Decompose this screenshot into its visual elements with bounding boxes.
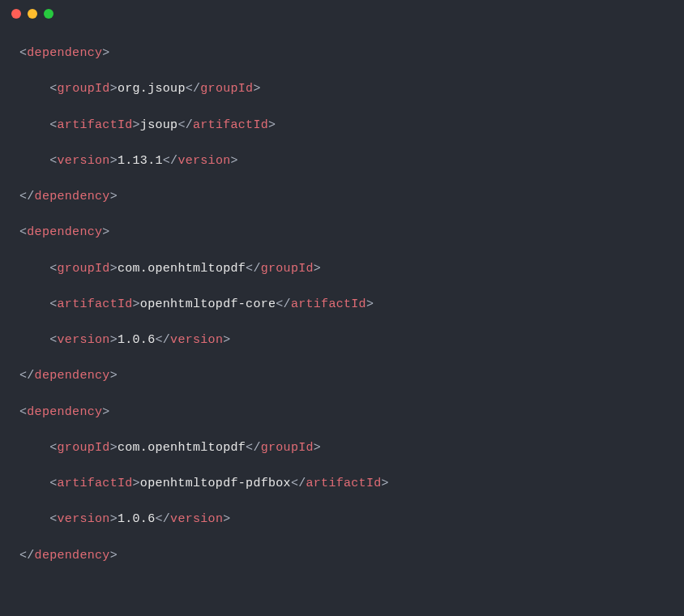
angle-bracket: > [223, 512, 230, 526]
code-line: <artifactId>openhtmltopdf-core</artifact… [19, 287, 665, 323]
angle-bracket: < [49, 297, 57, 311]
xml-tag: dependency [27, 225, 102, 239]
code-line: <dependency> [19, 36, 665, 71]
xml-tag: dependency [35, 369, 110, 383]
angle-bracket: </ [246, 262, 261, 276]
xml-tag: artifactId [306, 477, 382, 490]
xml-tag: version [170, 512, 223, 526]
xml-tag: version [58, 154, 110, 168]
angle-bracket: > [133, 118, 140, 132]
xml-tag: version [170, 333, 223, 347]
xml-text: com.openhtmltopdf [118, 441, 246, 455]
angle-bracket: > [231, 154, 238, 168]
code-line: <version>1.0.6</version> [19, 502, 665, 537]
xml-tag: version [58, 333, 110, 347]
angle-bracket: </ [177, 118, 193, 132]
code-line: </dependency> [19, 538, 665, 574]
angle-bracket: > [110, 512, 118, 526]
xml-tag: version [177, 154, 230, 168]
code-line: <artifactId>openhtmltopdf-pdfbox</artifa… [19, 466, 665, 502]
angle-bracket: > [102, 46, 109, 60]
angle-bracket: > [110, 262, 118, 276]
minimize-icon[interactable] [28, 9, 37, 19]
angle-bracket: > [253, 82, 260, 96]
angle-bracket: > [366, 297, 374, 311]
angle-bracket: > [110, 82, 118, 96]
xml-tag: groupId [58, 82, 110, 96]
angle-bracket: > [382, 477, 389, 490]
code-line: <version>1.0.6</version> [19, 323, 665, 358]
angle-bracket: < [49, 154, 57, 168]
xml-text: openhtmltopdf-pdfbox [140, 477, 291, 490]
angle-bracket: </ [246, 441, 261, 455]
angle-bracket: > [133, 477, 140, 490]
code-line: <dependency> [19, 215, 665, 250]
angle-bracket: < [49, 477, 57, 490]
angle-bracket: </ [19, 549, 35, 563]
angle-bracket: > [314, 262, 321, 276]
angle-bracket: > [102, 405, 109, 419]
angle-bracket: > [110, 190, 118, 203]
xml-tag: artifactId [193, 118, 268, 132]
angle-bracket: > [110, 369, 118, 383]
angle-bracket: </ [291, 477, 306, 490]
angle-bracket: > [268, 118, 276, 132]
xml-tag: groupId [200, 82, 253, 96]
angle-bracket: > [314, 441, 321, 455]
code-line: <groupId>org.jsoup</groupId> [19, 71, 665, 107]
angle-bracket: </ [19, 190, 35, 203]
xml-tag: artifactId [58, 118, 133, 132]
code-line: <version>1.13.1</version> [19, 143, 665, 179]
angle-bracket: > [110, 549, 118, 563]
angle-bracket: </ [276, 297, 291, 311]
code-line: </dependency> [19, 179, 665, 215]
angle-bracket: > [133, 297, 140, 311]
xml-text: jsoup [140, 118, 178, 132]
xml-text: 1.0.6 [118, 333, 156, 347]
angle-bracket: < [49, 333, 57, 347]
code-line: <groupId>com.openhtmltopdf</groupId> [19, 251, 665, 287]
code-line: <groupId>com.openhtmltopdf</groupId> [19, 430, 665, 466]
xml-tag: dependency [27, 405, 102, 419]
xml-text: openhtmltopdf-core [140, 297, 276, 311]
angle-bracket: </ [163, 154, 178, 168]
angle-bracket: </ [155, 512, 170, 526]
angle-bracket: > [110, 333, 118, 347]
angle-bracket: < [19, 405, 27, 419]
angle-bracket: < [49, 441, 57, 455]
xml-tag: groupId [58, 441, 110, 455]
angle-bracket: > [223, 333, 230, 347]
xml-tag: version [58, 512, 110, 526]
xml-tag: dependency [27, 46, 102, 60]
angle-bracket: < [19, 225, 27, 239]
xml-tag: artifactId [58, 297, 133, 311]
xml-tag: groupId [261, 441, 314, 455]
angle-bracket: < [49, 262, 57, 276]
window-titlebar [0, 0, 684, 28]
angle-bracket: </ [155, 333, 170, 347]
code-line: <dependency> [19, 395, 665, 430]
angle-bracket: > [110, 154, 118, 168]
angle-bracket: < [19, 46, 27, 60]
angle-bracket: > [110, 441, 118, 455]
angle-bracket: < [49, 82, 57, 96]
close-icon[interactable] [11, 9, 21, 19]
angle-bracket: < [49, 118, 57, 132]
xml-tag: dependency [35, 549, 110, 563]
maximize-icon[interactable] [44, 9, 53, 19]
angle-bracket: </ [186, 82, 201, 96]
xml-text: 1.13.1 [118, 154, 163, 168]
xml-tag: dependency [35, 190, 110, 203]
xml-tag: groupId [261, 262, 314, 276]
code-line: <artifactId>jsoup</artifactId> [19, 108, 665, 143]
xml-text: org.jsoup [118, 82, 186, 96]
angle-bracket: </ [19, 369, 35, 383]
xml-tag: artifactId [58, 477, 133, 490]
xml-tag: groupId [58, 262, 110, 276]
code-line: </dependency> [19, 358, 665, 394]
xml-text: 1.0.6 [118, 512, 156, 526]
angle-bracket: > [102, 225, 109, 239]
code-area: <dependency> <groupId>org.jsoup</groupId… [0, 28, 684, 593]
code-window: <dependency> <groupId>org.jsoup</groupId… [0, 0, 684, 616]
xml-tag: artifactId [291, 297, 366, 311]
